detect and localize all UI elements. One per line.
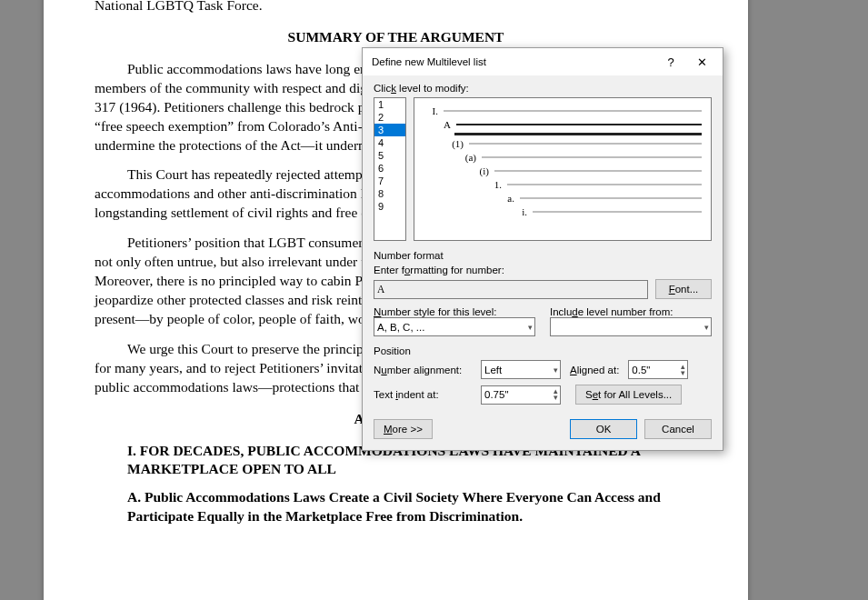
level-item[interactable]: 4 — [374, 136, 405, 149]
heading-summary: SUMMARY OF THE ARGUMENT — [95, 28, 697, 47]
ok-button[interactable]: OK — [570, 419, 637, 439]
chevron-down-icon: ▾ — [528, 323, 533, 332]
set-all-levels-button[interactable]: Set for All Levels... — [575, 385, 682, 405]
aligned-at-label: Aligned at: — [570, 365, 619, 375]
level-item[interactable]: 9 — [374, 200, 405, 213]
text-indent-label: Text indent at: — [374, 389, 472, 400]
list-preview: I.A(1)(a)(i)1.a.i. — [414, 97, 712, 241]
level-listbox[interactable]: 123456789 — [374, 97, 406, 241]
level-item[interactable]: 3 — [374, 124, 405, 136]
number-format-heading: Number format — [374, 250, 712, 261]
close-button[interactable]: ✕ — [686, 50, 717, 74]
level-item[interactable]: 1 — [374, 98, 405, 111]
click-level-label: Click level to modify: — [374, 83, 712, 94]
chevron-down-icon: ▾ — [554, 365, 558, 375]
preview-level-row: (i) — [474, 165, 702, 176]
number-alignment-combo[interactable]: Left ▾ — [481, 360, 561, 379]
level-item[interactable]: 8 — [374, 187, 405, 200]
position-heading: Position — [374, 345, 712, 356]
preview-level-row: i. — [513, 206, 702, 217]
number-alignment-label: Number alignment: — [374, 365, 472, 375]
preview-level-row: A — [436, 119, 702, 130]
level-item[interactable]: 7 — [374, 175, 405, 187]
level-item[interactable]: 5 — [374, 149, 405, 162]
aligned-at-spinner[interactable]: 0.5" ▴▾ — [628, 360, 688, 379]
number-style-label: Number style for this level: — [374, 306, 535, 317]
preview-level-row: (a) — [462, 152, 702, 163]
number-style-combo[interactable]: A, B, C, ... ▾ — [374, 317, 535, 336]
spin-down-icon: ▾ — [681, 370, 685, 376]
level-item[interactable]: 6 — [374, 162, 405, 175]
chevron-down-icon: ▾ — [704, 323, 709, 332]
define-multilevel-list-dialog: Define new Multilevel list ? ✕ Click lev… — [362, 47, 723, 451]
more-button[interactable]: More >> — [374, 419, 433, 439]
help-button[interactable]: ? — [655, 50, 686, 74]
text-indent-spinner[interactable]: 0.75" ▴▾ — [481, 385, 561, 405]
spin-down-icon: ▾ — [554, 395, 558, 401]
preview-level-row: I. — [424, 105, 702, 116]
enter-formatting-label: Enter formatting for number: — [374, 265, 712, 275]
outline-level2: A. Public Accommodations Laws Create a C… — [127, 488, 697, 526]
preview-level-row: a. — [500, 193, 702, 204]
number-format-input[interactable] — [374, 280, 648, 299]
font-button[interactable]: Font... — [655, 279, 712, 299]
preview-level-row: (1) — [449, 138, 702, 149]
include-level-combo[interactable]: ▾ — [550, 317, 712, 336]
level-item[interactable]: 2 — [374, 111, 405, 124]
dialog-titlebar: Define new Multilevel list ? ✕ — [363, 48, 723, 75]
preview-level-row: 1. — [487, 179, 702, 190]
include-level-label: Include level number from: — [550, 306, 712, 317]
dialog-title: Define new Multilevel list — [372, 56, 655, 67]
cancel-button[interactable]: Cancel — [644, 419, 712, 439]
body-text: National LGBTQ Task Force. — [95, 0, 697, 15]
